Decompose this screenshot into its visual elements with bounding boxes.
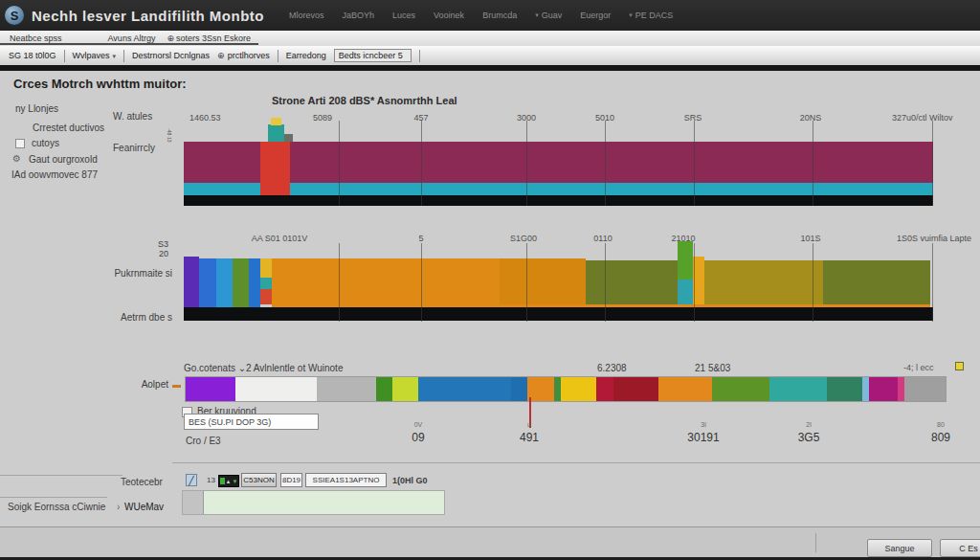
- toolbar-item-profiles[interactable]: ⊕prctlhorves: [217, 51, 270, 60]
- tab-status[interactable]: Neatbce spss: [10, 34, 62, 43]
- menu-item-7[interactable]: Euergor: [580, 11, 611, 20]
- axis-tick-label: 3000: [517, 113, 536, 123]
- sidebar-checkbox[interactable]: [15, 139, 25, 148]
- sidebar-item-devices[interactable]: Crrestet ductivos: [33, 123, 104, 133]
- chart-segment: [268, 124, 284, 142]
- chart-segment: [596, 377, 613, 401]
- chart-segment: [769, 377, 827, 401]
- sidebar-item-outputs[interactable]: cutoys: [32, 138, 59, 148]
- chart-segment: [869, 377, 898, 401]
- axis-tick-label: 20NS: [800, 113, 822, 123]
- axis-tick-label: 1460.53: [189, 113, 221, 123]
- chart-segment: [823, 260, 930, 310]
- stream-field[interactable]: SSIEA1S13APTNO: [305, 473, 387, 487]
- output-color-key: [172, 385, 181, 388]
- chart-segment: [418, 377, 511, 401]
- code-field[interactable]: 8D19: [280, 473, 302, 487]
- chart-segment: [272, 258, 500, 310]
- frequency-readout: 1(0Hl G0: [392, 476, 428, 485]
- toolbar-separator: [123, 50, 124, 62]
- menu-item-4[interactable]: Vooinek: [434, 11, 464, 20]
- axis-tick-label: 5089: [313, 113, 332, 123]
- chart-segment: [184, 307, 933, 321]
- channel-allocation-bar[interactable]: [185, 376, 947, 402]
- sidebar-item-zones[interactable]: ny Llonjes: [15, 103, 58, 114]
- spectrum-chart-1[interactable]: [184, 142, 933, 206]
- step-down-icon[interactable]: ▼: [233, 479, 238, 484]
- chart-segment: [511, 377, 527, 401]
- chart-segment: [284, 134, 293, 142]
- chart-segment: [249, 258, 260, 310]
- chart-segment: [260, 278, 272, 289]
- menu-item-5[interactable]: Brumcda: [482, 11, 517, 20]
- chart2-axis: 1S0S vuimfia Lapte AA S01 0101V5S1G00011…: [184, 234, 980, 245]
- chart-segment: [184, 257, 199, 314]
- toolbar-item-designs[interactable]: Destrnorsl Dcnlgnas: [132, 51, 210, 60]
- menu-item-2[interactable]: JaBOYh: [343, 11, 375, 20]
- flag-icon[interactable]: [955, 362, 964, 370]
- toolbar-dropdown-waves[interactable]: Wvlpaves▾: [73, 51, 117, 60]
- edit-checkbox[interactable]: ╱: [186, 474, 197, 486]
- channel-label: Soigk Eornssa cCiwnie: [8, 502, 105, 512]
- title-bar: S Nechh lesver Landifilith Monbto Mlorev…: [0, 0, 980, 31]
- chart-segment: [527, 377, 554, 401]
- chevron-down-icon: ▾: [113, 53, 117, 59]
- add-icon[interactable]: ⊕: [167, 34, 174, 43]
- axis-tick-label: SRS: [684, 113, 702, 123]
- sidebar-item-device-count[interactable]: IAd oowvmovec 877: [11, 169, 98, 180]
- toolbar-item-recording[interactable]: Earredong: [286, 51, 326, 60]
- chart-segment: [260, 142, 290, 197]
- add-icon: ⊕: [217, 51, 225, 60]
- menu-item-8[interactable]: PE DACS: [635, 11, 674, 20]
- axis-tick-label: S1G00: [510, 234, 537, 243]
- chevron-right-icon: ›: [117, 502, 120, 512]
- progress-meter-handle[interactable]: [183, 491, 204, 514]
- chart-segment: [271, 118, 281, 125]
- chart-segment: [561, 377, 596, 401]
- chart1-frequency-label: Feanirrcly: [113, 143, 155, 153]
- chart2-right-label: 1S0S vuimfia Lapte: [897, 234, 971, 243]
- chart1-title: Strone Arti 208 dBS* Asnomrthh Leal: [272, 95, 457, 106]
- chart-segment: [260, 289, 272, 304]
- legend-header[interactable]: Go.cotenats ⌄2 Avlnlentle ot Wuinote: [184, 363, 343, 373]
- menu-item-1[interactable]: Mlorevos: [289, 11, 324, 20]
- output-label: Aolpet: [134, 379, 168, 390]
- chart-segment: [186, 377, 235, 401]
- chart-segment: [260, 258, 272, 278]
- chart-segment: [216, 258, 233, 312]
- active-tab-underline: [0, 43, 258, 45]
- chart-segment: [827, 377, 862, 401]
- level-stepper[interactable]: ▲ ▼: [218, 475, 239, 487]
- divider: [172, 462, 980, 463]
- chart1-right-label: 327u0/ctl Wiltov: [892, 113, 953, 123]
- chart1-y-axis-micro: -48·13: [167, 128, 171, 142]
- sidebar-divider: [0, 475, 122, 476]
- close-button[interactable]: C Es: [940, 539, 980, 557]
- chart-segment: [658, 377, 712, 401]
- toolbar-separator: [64, 50, 65, 62]
- sample-button[interactable]: Sangue: [867, 539, 932, 557]
- scale-mark: 2l3G5: [798, 421, 820, 444]
- chart-segment: [678, 241, 693, 280]
- level-indicator: [220, 478, 225, 484]
- tab-settings[interactable]: soters 3Ssn Eskore: [176, 34, 251, 43]
- toolbar-item-beds-number[interactable]: Bedts icncbeer 5: [334, 49, 412, 62]
- tab-analysis[interactable]: Avuns Altrgy: [108, 34, 156, 43]
- axis-tick-label: AA S01 0101V: [252, 234, 308, 243]
- count-value: 13: [207, 476, 215, 484]
- footer-bar: Sangue C Es: [0, 526, 980, 557]
- chart-segment: [392, 377, 418, 401]
- chart1-axis: 327u0/ctl Wiltov 1460.53508945730005010S…: [184, 113, 980, 124]
- chevron-down-icon: ▾: [535, 11, 539, 19]
- menu-item-3[interactable]: Luces: [392, 11, 415, 20]
- sidebar-item-background[interactable]: Gaut ourgroxold: [29, 154, 98, 165]
- mode-button[interactable]: C53NON: [241, 473, 277, 487]
- chart-segment: [693, 257, 704, 310]
- step-up-icon[interactable]: ▲: [226, 479, 232, 484]
- spectrum-chart-2[interactable]: [184, 257, 933, 321]
- scale-mark: 3l30191: [687, 421, 719, 444]
- menu-item-6[interactable]: Guav: [542, 11, 563, 20]
- toolbar-item-status[interactable]: SG 18 t0l0G: [9, 51, 56, 60]
- progress-meter[interactable]: [182, 490, 445, 515]
- channel-value[interactable]: WUeMav: [124, 502, 164, 512]
